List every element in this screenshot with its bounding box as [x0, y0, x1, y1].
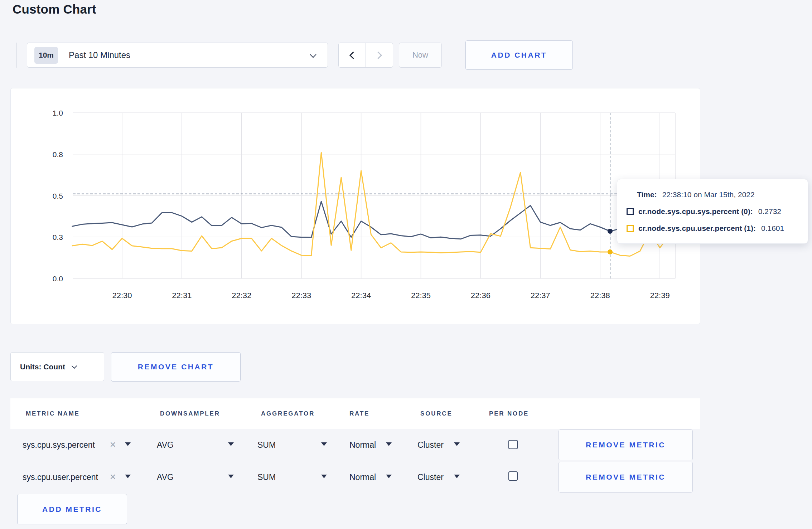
remove-metric-button[interactable]: REMOVE METRIC [559, 429, 693, 460]
metric-select-caret-icon[interactable] [125, 475, 131, 478]
time-range-badge: 10m [34, 47, 58, 64]
y-axis-tick-label: 1.0 [53, 109, 63, 117]
tooltip-time-label: Time: [637, 190, 657, 199]
tooltip-time-value: 22:38:10 on Mar 15th, 2022 [662, 190, 755, 199]
units-label: Units: Count [20, 363, 65, 371]
next-time-button[interactable] [366, 43, 393, 67]
units-dropdown[interactable]: Units: Count [10, 352, 104, 381]
x-axis-tick-label: 22:37 [531, 291, 550, 300]
chart-card: 0.00.30.50.81.022:3022:3122:3222:3322:34… [10, 88, 700, 324]
x-axis-tick-label: 22:35 [411, 291, 431, 300]
tooltip-series-value: 0.1601 [761, 224, 784, 233]
remove-chart-button[interactable]: REMOVE CHART [111, 352, 241, 382]
tooltip-series-name: cr.node.sys.cpu.sys.percent (0): [638, 207, 753, 216]
chevron-left-icon [349, 51, 357, 59]
chart-tooltip: Time: 22:38:10 on Mar 15th, 2022 cr.node… [617, 179, 808, 244]
downsampler-select[interactable]: AVG [157, 429, 174, 460]
tooltip-series-row: cr.node.sys.cpu.sys.percent (0): 0.2732 [627, 205, 798, 218]
clear-metric-icon[interactable]: ✕ [110, 462, 116, 492]
metric-name-value: sys.cpu.sys.percent [23, 429, 95, 460]
rate-caret-icon[interactable] [386, 475, 392, 478]
prev-time-button[interactable] [339, 43, 366, 67]
col-header-downsampler: DOWNSAMPLER [160, 398, 220, 429]
add-metric-button[interactable]: ADD METRIC [17, 494, 127, 524]
chevron-down-icon [310, 51, 316, 58]
col-header-aggregator: AGGREGATOR [261, 398, 315, 429]
metrics-table-header: METRIC NAME DOWNSAMPLER AGGREGATOR RATE … [10, 398, 700, 429]
page-title: Custom Chart [13, 2, 96, 16]
x-axis-tick-label: 22:38 [590, 291, 610, 300]
x-axis-tick-label: 22:31 [172, 291, 192, 300]
crosshair-dot-icon [608, 249, 613, 254]
tooltip-series-name: cr.node.sys.cpu.user.percent (1): [638, 224, 756, 233]
x-axis-tick-label: 22:32 [232, 291, 251, 300]
y-axis-tick-label: 0.8 [53, 150, 63, 159]
aggregator-select[interactable]: SUM [257, 429, 276, 460]
downsampler-caret-icon[interactable] [228, 442, 234, 446]
downsampler-caret-icon[interactable] [228, 475, 234, 478]
time-pager [338, 43, 393, 68]
x-axis-tick-label: 22:36 [471, 291, 490, 300]
metric-name-value: sys.cpu.user.percent [23, 462, 98, 492]
crosshair-dot-icon [608, 229, 613, 234]
tooltip-series-row: cr.node.sys.cpu.user.percent (1): 0.1601 [627, 222, 798, 235]
x-axis-tick-label: 22:33 [291, 291, 311, 300]
sys-series-swatch-icon [627, 208, 634, 215]
col-header-metric-name: METRIC NAME [26, 398, 80, 429]
user-series-swatch-icon [627, 225, 634, 232]
rate-select[interactable]: Normal [349, 429, 376, 460]
tooltip-series-value: 0.2732 [758, 207, 781, 216]
aggregator-caret-icon[interactable] [321, 475, 327, 478]
source-caret-icon[interactable] [454, 442, 460, 446]
rate-select[interactable]: Normal [349, 462, 376, 492]
chevron-right-icon [374, 51, 382, 59]
x-axis-tick-label: 22:34 [351, 291, 371, 300]
downsampler-select[interactable]: AVG [157, 462, 174, 492]
source-select[interactable]: Cluster [417, 429, 444, 460]
metric-select-caret-icon[interactable] [125, 442, 131, 446]
col-header-per-node: PER NODE [489, 398, 529, 429]
time-range-label: Past 10 Minutes [69, 50, 130, 60]
chevron-down-icon [72, 363, 77, 369]
user-percent-line [72, 152, 670, 256]
source-select[interactable]: Cluster [417, 462, 444, 492]
y-axis-tick-label: 0.3 [53, 233, 63, 241]
remove-metric-button[interactable]: REMOVE METRIC [559, 462, 693, 492]
clear-metric-icon[interactable]: ✕ [110, 429, 116, 460]
toolbar-divider [16, 43, 16, 68]
col-header-source: SOURCE [420, 398, 453, 429]
source-caret-icon[interactable] [454, 475, 460, 478]
custom-chart[interactable]: 0.00.30.50.81.022:3022:3122:3222:3322:34… [11, 88, 701, 325]
y-axis-tick-label: 0.0 [53, 275, 63, 283]
rate-caret-icon[interactable] [386, 442, 392, 446]
x-axis-tick-label: 22:39 [650, 291, 670, 300]
col-header-rate: RATE [349, 398, 369, 429]
now-button[interactable]: Now [399, 43, 442, 68]
per-node-checkbox[interactable] [508, 471, 518, 481]
aggregator-select[interactable]: SUM [257, 462, 276, 492]
per-node-checkbox[interactable] [508, 440, 518, 449]
y-axis-tick-label: 0.5 [53, 192, 63, 200]
aggregator-caret-icon[interactable] [321, 442, 327, 446]
tooltip-time-row: Time: 22:38:10 on Mar 15th, 2022 [627, 188, 798, 202]
time-range-dropdown[interactable]: 10m Past 10 Minutes [27, 43, 328, 68]
x-axis-tick-label: 22:30 [112, 291, 132, 300]
add-chart-button[interactable]: ADD CHART [465, 40, 573, 70]
